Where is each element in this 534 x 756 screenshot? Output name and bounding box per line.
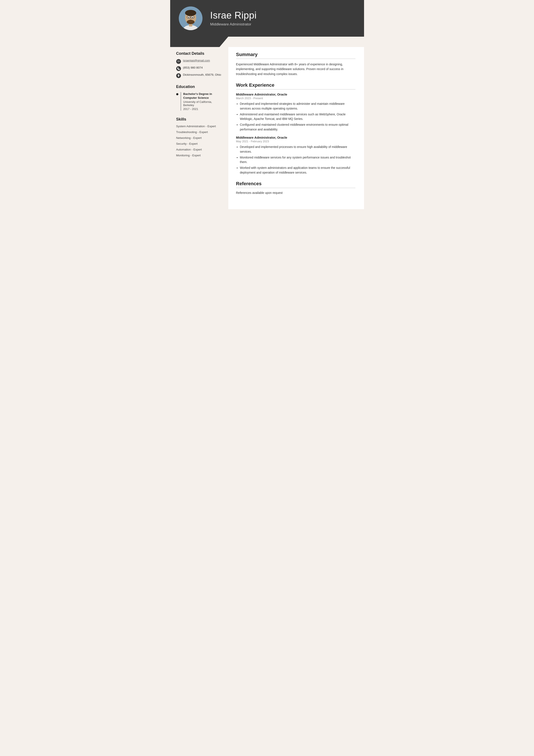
edu-body: Bachelor's Degree in Computer Science Un… xyxy=(181,92,222,111)
location-icon xyxy=(176,73,181,78)
job-bullet: Administered and maintained middleware s… xyxy=(240,112,355,122)
job-bullet: Developed and implemented strategies to … xyxy=(240,101,355,111)
phone-value: (853) 980 8074 xyxy=(183,66,203,69)
svg-point-8 xyxy=(192,17,193,18)
skill-item: System Administration - Expert xyxy=(176,125,222,128)
resume-header: Israe Rippi Middleware Administrator xyxy=(170,0,364,37)
education-section: Education Bachelor's Degree in Computer … xyxy=(176,85,222,111)
job-bullets-2: Developed and implemented processes to e… xyxy=(236,145,355,175)
email-value: israerippi@gmail.com xyxy=(183,59,210,62)
job-title-1: Middleware Administrator, Oracle xyxy=(236,93,355,96)
candidate-name: Israe Rippi xyxy=(210,10,257,20)
job-dates-2: May 2021 - February 2023 xyxy=(236,140,355,143)
ribbon-decoration xyxy=(170,37,364,47)
contact-title: Contact Details xyxy=(176,51,222,56)
job-block-2: Middleware Administrator, Oracle May 202… xyxy=(236,136,355,175)
summary-text: Experienced Middleware Administrator wit… xyxy=(236,62,355,76)
address-value: Dickinsonmouth, 65679, Ohio xyxy=(183,73,221,76)
job-dates-1: March 2023 - Present xyxy=(236,96,355,100)
skills-title: Skills xyxy=(176,117,222,122)
phone-icon xyxy=(176,66,181,71)
skills-section: Skills System Administration - Expert Tr… xyxy=(176,117,222,157)
job-title-2: Middleware Administrator, Oracle xyxy=(236,136,355,139)
skill-item: Networking - Expert xyxy=(176,136,222,140)
contact-email-item: israerippi@gmail.com xyxy=(176,59,222,64)
ribbon-shape xyxy=(170,37,228,47)
edu-bullet-icon xyxy=(176,93,178,95)
edu-years: 2017 - 2021 xyxy=(183,107,222,111)
summary-heading: Summary xyxy=(236,52,355,59)
education-title: Education xyxy=(176,85,222,89)
work-experience-section: Work Experience Middleware Administrator… xyxy=(236,82,355,175)
references-heading: References xyxy=(236,181,355,188)
svg-point-7 xyxy=(188,17,189,18)
job-bullet: Configured and maintained clustered midd… xyxy=(240,122,355,132)
email-icon xyxy=(176,59,181,64)
job-bullet: Monitored middleware services for any sy… xyxy=(240,155,355,165)
education-item: Bachelor's Degree in Computer Science Un… xyxy=(176,92,222,111)
candidate-title: Middleware Administrator xyxy=(210,22,257,27)
edu-degree: Bachelor's Degree in Computer Science xyxy=(183,92,222,100)
job-bullets-1: Developed and implemented strategies to … xyxy=(236,101,355,132)
skill-item: Automation - Expert xyxy=(176,148,222,151)
skill-item: Troubleshooting - Expert xyxy=(176,130,222,134)
skill-item: Security - Expert xyxy=(176,142,222,146)
summary-section: Summary Experienced Middleware Administr… xyxy=(236,52,355,76)
svg-point-15 xyxy=(187,20,194,24)
references-text: References available upon request xyxy=(236,191,355,195)
job-bullet: Worked with system administrators and ap… xyxy=(240,166,355,175)
skill-item: Monitoring - Expert xyxy=(176,154,222,157)
sidebar: Contact Details israerippi@gmail.com (85… xyxy=(170,47,228,209)
edu-school: University of California, Berkeley xyxy=(183,100,222,107)
contact-section: Contact Details israerippi@gmail.com (85… xyxy=(176,51,222,78)
job-block-1: Middleware Administrator, Oracle March 2… xyxy=(236,93,355,132)
contact-address-item: Dickinsonmouth, 65679, Ohio xyxy=(176,73,222,78)
references-section: References References available upon req… xyxy=(236,181,355,195)
svg-point-4 xyxy=(185,10,196,16)
main-content: Summary Experienced Middleware Administr… xyxy=(228,47,364,209)
work-experience-heading: Work Experience xyxy=(236,82,355,90)
avatar xyxy=(179,7,202,30)
main-layout: Contact Details israerippi@gmail.com (85… xyxy=(170,47,364,209)
header-text-block: Israe Rippi Middleware Administrator xyxy=(210,10,257,27)
job-bullet: Developed and implemented processes to e… xyxy=(240,145,355,154)
contact-phone-item: (853) 980 8074 xyxy=(176,66,222,71)
